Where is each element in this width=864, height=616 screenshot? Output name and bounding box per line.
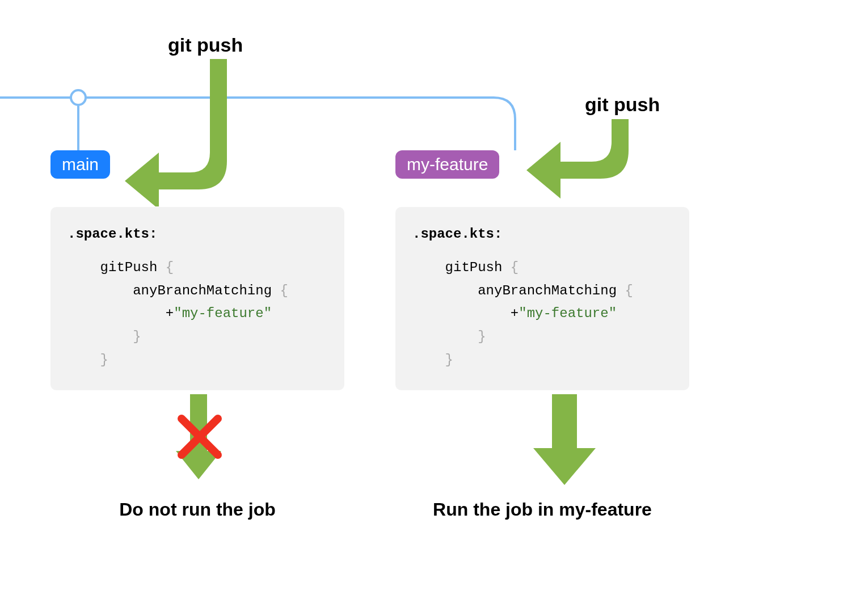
branch-tag-main: main: [50, 150, 110, 179]
code-filename-left: .space.kts:: [68, 223, 327, 246]
cross-icon: [177, 414, 222, 459]
code-filename-right: .space.kts:: [412, 223, 672, 246]
git-push-label-right: git push: [585, 94, 660, 116]
git-push-label-left: git push: [168, 34, 243, 56]
arrow-into-main: [125, 59, 238, 206]
caption-left: Do not run the job: [50, 499, 344, 520]
caption-right: Run the job in my-feature: [395, 499, 689, 520]
code-box-right: .space.kts: gitPush { anyBranchMatching …: [395, 207, 689, 390]
arrow-down-run: [533, 394, 596, 485]
svg-point-2: [71, 90, 86, 105]
branch-tag-feature: my-feature: [395, 150, 499, 179]
arrow-into-feature: [526, 119, 640, 216]
code-body-left: gitPush { anyBranchMatching { +"my-featu…: [68, 256, 327, 372]
code-body-right: gitPush { anyBranchMatching { +"my-featu…: [412, 256, 672, 372]
code-box-left: .space.kts: gitPush { anyBranchMatching …: [50, 207, 344, 390]
